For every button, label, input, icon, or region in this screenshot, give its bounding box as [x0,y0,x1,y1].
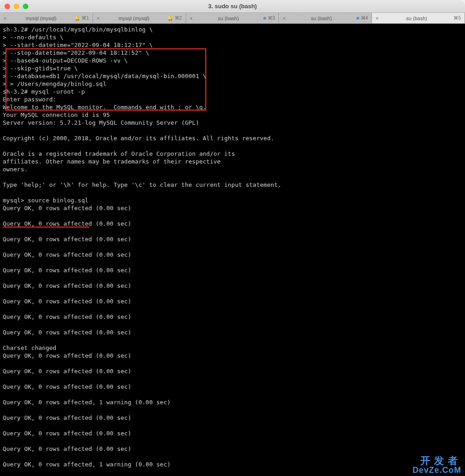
traffic-lights [5,4,28,9]
terminal-line: Copyright (c) 2000, 2018, Oracle and/or … [3,134,462,142]
tab-indicators: ⌘5 [454,16,461,21]
maximize-button[interactable] [23,4,28,9]
terminal-line [3,212,462,220]
tab-shortcut: ⌘5 [454,16,461,21]
terminal-line: > --base64-output=DECODE-ROWS -vv \ [3,57,462,64]
close-icon[interactable]: × [190,16,193,21]
terminal-line: Query OK, 0 rows affected (0.00 sec) [3,313,462,321]
terminal-line: Query OK, 0 rows affected (0.00 sec) [3,251,462,259]
tab-shortcut: ⌘1 [82,16,89,21]
terminal-line: Query OK, 0 rows affected (0.00 sec) [3,204,462,212]
terminal-line: Type 'help;' or '\h' for help. Type '\c'… [3,181,462,189]
terminal-line [3,259,462,266]
watermark-top: 开发者 [413,456,461,466]
terminal-line [3,274,462,282]
terminal-line: > --skip-gtids=true \ [3,64,462,72]
terminal-content[interactable]: sh-3.2# /usr/local/mysql/bin/mysqlbinlog… [0,24,465,476]
tab-indicators: ⌘4 [356,16,368,21]
terminal-line: mysql> source binlog.sql [3,196,462,204]
terminal-line: sh-3.2# /usr/local/mysql/bin/mysqlbinlog… [3,26,462,33]
terminal-line: Query OK, 0 rows affected (0.00 sec) [3,328,462,336]
close-icon[interactable]: × [376,16,378,21]
terminal-line: Query OK, 0 rows affected, 1 warning (0.… [3,398,462,406]
tab-4[interactable]: ×su (bash)⌘5 [372,13,465,23]
terminal-line: Query OK, 0 rows affected, 1 warning (0.… [3,460,462,468]
terminal-line [3,406,462,414]
terminal-line [3,360,462,367]
terminal-window: 3. sudo su (bash) ×mysql (mysql)🔔⌘1×mysq… [0,0,465,476]
terminal-line: > --stop-datetime="2022-09-04 18:12:52" … [3,49,462,57]
terminal-line [3,142,462,150]
tab-2[interactable]: ×su (bash)⌘3 [186,13,279,23]
terminal-line: > > /Users/mengday/binlog.sql [3,80,462,88]
terminal-line: Server version: 5.7.21-log MySQL Communi… [3,119,462,127]
terminal-line [3,227,462,235]
tab-bar: ×mysql (mysql)🔔⌘1×mysql (mysql)🔔⌘2×su (b… [0,13,465,24]
terminal-line: Query OK, 0 rows affected (0.00 sec) [3,220,462,227]
terminal-line: Your MySQL connection id is 95 [3,111,462,119]
terminal-line [3,189,462,196]
tab-shortcut: ⌘2 [175,16,182,21]
tab-indicators: ⌘3 [263,16,275,21]
terminal-line: owners. [3,165,462,173]
tab-indicators: 🔔⌘1 [74,16,89,21]
tab-shortcut: ⌘4 [361,16,368,21]
tab-3[interactable]: ×su (bash)⌘4 [279,13,372,23]
tab-label: su (bash) [380,16,454,21]
terminal-line: Query OK, 0 rows affected (0.00 sec) [3,352,462,360]
bell-icon: 🔔 [167,16,173,21]
terminal-line: affiliates. Other names may be trademark… [3,158,462,165]
watermark-bottom: DevZe.CoM [413,466,461,474]
tab-label: su (bash) [287,16,356,21]
tab-indicators: 🔔⌘2 [167,16,182,21]
terminal-line: Query OK, 0 rows affected (0.00 sec) [3,383,462,391]
terminal-line: Query OK, 0 rows affected (0.00 sec) [3,282,462,290]
terminal-line: Enter password: [3,95,462,103]
close-button[interactable] [5,4,10,9]
terminal-line [3,437,462,445]
terminal-line: Charset changed [3,344,462,352]
terminal-line: Query OK, 0 rows affected (0.00 sec) [3,414,462,422]
terminal-line: > --no-defaults \ [3,33,462,41]
terminal-line [3,391,462,398]
tab-shortcut: ⌘3 [268,16,275,21]
terminal-line: Query OK, 0 rows affected (0.00 sec) [3,429,462,437]
terminal-line: Query OK, 0 rows affected (0.00 sec) [3,266,462,274]
terminal-line [3,321,462,328]
minimize-button[interactable] [14,4,19,9]
terminal-line: Query OK, 0 rows affected (0.00 sec) [3,297,462,305]
terminal-line [3,375,462,383]
terminal-line [3,173,462,181]
activity-dot-icon [356,17,359,20]
watermark: 开发者 DevZe.CoM [413,456,461,474]
terminal-line [3,453,462,460]
terminal-line: Welcome to the MySQL monitor. Commands e… [3,103,462,111]
titlebar[interactable]: 3. sudo su (bash) [0,0,465,13]
terminal-line [3,422,462,429]
terminal-line: Query OK, 0 rows affected (0.00 sec) [3,367,462,375]
terminal-line: Query OK, 0 rows affected (0.00 sec) [3,235,462,243]
terminal-line [3,336,462,344]
terminal-line: > --database=db1 /usr/local/mysql/data/m… [3,72,462,80]
terminal-line [3,127,462,134]
activity-dot-icon [263,17,266,20]
terminal-line [3,243,462,251]
terminal-line: Query OK, 0 rows affected (0.00 sec) [3,445,462,453]
terminal-line [3,305,462,313]
terminal-line: > --start-datetime="2022-09-04 18:12:17"… [3,41,462,49]
terminal-line [3,290,462,297]
tab-0[interactable]: ×mysql (mysql)🔔⌘1 [0,13,93,23]
close-icon[interactable]: × [4,16,6,21]
tab-label: su (bash) [193,16,263,21]
bell-icon: 🔔 [74,16,80,21]
close-icon[interactable]: × [282,16,285,21]
close-icon[interactable]: × [97,16,99,21]
terminal-line: Oracle is a registered trademark of Orac… [3,150,462,158]
tab-label: mysql (mysql) [100,16,167,21]
tab-label: mysql (mysql) [7,16,74,21]
tab-1[interactable]: ×mysql (mysql)🔔⌘2 [93,13,186,23]
window-title: 3. sudo su (bash) [0,3,465,10]
terminal-line: sh-3.2# mysql -uroot -p [3,88,462,95]
